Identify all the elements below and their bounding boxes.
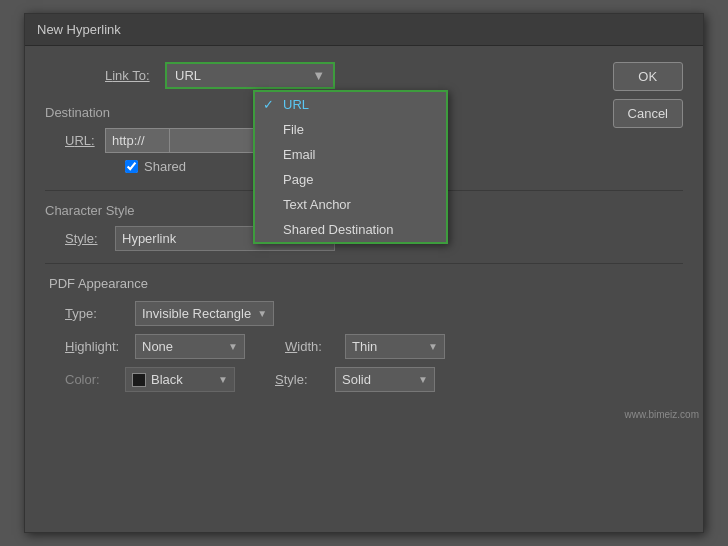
url-prefix-input[interactable] (105, 128, 170, 153)
cancel-button[interactable]: Cancel (613, 99, 683, 128)
dropdown-item-shared-destination[interactable]: Shared Destination (255, 217, 446, 242)
pdf-appearance-section: PDF Appearance Type: Invisible Rectangle… (45, 276, 683, 392)
pdf-type-select[interactable]: Invisible Rectangle ▼ (135, 301, 274, 326)
new-hyperlink-dialog: New Hyperlink OK Cancel Link To: URL ▼ U… (24, 13, 704, 533)
pdf-appearance-title: PDF Appearance (49, 276, 683, 291)
shared-label: Shared (144, 159, 186, 174)
color-style-row: Color: Black ▼ Style: Solid ▼ (65, 367, 683, 392)
link-to-row: Link To: URL ▼ (105, 62, 683, 89)
dropdown-item-page[interactable]: Page (255, 167, 446, 192)
dropdown-item-file[interactable]: File (255, 117, 446, 142)
pdf-type-label: Type: (65, 306, 135, 321)
link-to-label: Link To: (105, 68, 165, 83)
color-select[interactable]: Black ▼ (125, 367, 235, 392)
ok-button[interactable]: OK (613, 62, 683, 91)
highlight-select[interactable]: None ▼ (135, 334, 245, 359)
url-field-label: URL: (65, 133, 105, 148)
watermark: www.bimeiz.com (625, 409, 699, 420)
dropdown-item-email[interactable]: Email (255, 142, 446, 167)
dropdown-item-text-anchor[interactable]: Text Anchor (255, 192, 446, 217)
link-to-arrow-icon: ▼ (312, 68, 325, 83)
dialog-buttons: OK Cancel (613, 62, 683, 128)
pdf-style-label: Style: (275, 372, 335, 387)
width-arrow-icon: ▼ (428, 341, 438, 352)
width-label: Width: (285, 339, 345, 354)
color-swatch-icon (132, 373, 146, 387)
dialog-body: OK Cancel Link To: URL ▼ URL File Email … (25, 46, 703, 424)
divider-2 (45, 263, 683, 264)
pdf-type-row: Type: Invisible Rectangle ▼ (65, 301, 683, 326)
highlight-arrow-icon: ▼ (228, 341, 238, 352)
color-label: Color: (65, 372, 125, 387)
color-arrow-icon: ▼ (218, 374, 228, 385)
style-field-label: Style: (65, 231, 115, 246)
highlight-label: Highlight: (65, 339, 135, 354)
pdf-type-arrow-icon: ▼ (257, 308, 267, 319)
highlight-width-row: Highlight: None ▼ Width: Thin ▼ (65, 334, 683, 359)
width-select[interactable]: Thin ▼ (345, 334, 445, 359)
pdf-style-select[interactable]: Solid ▼ (335, 367, 435, 392)
shared-checkbox[interactable] (125, 160, 138, 173)
dropdown-item-url[interactable]: URL (255, 92, 446, 117)
link-to-dropdown: URL File Email Page Text Anchor Shared D… (253, 90, 448, 244)
pdf-style-arrow-icon: ▼ (418, 374, 428, 385)
dialog-title: New Hyperlink (25, 14, 703, 46)
link-to-select[interactable]: URL ▼ (165, 62, 335, 89)
